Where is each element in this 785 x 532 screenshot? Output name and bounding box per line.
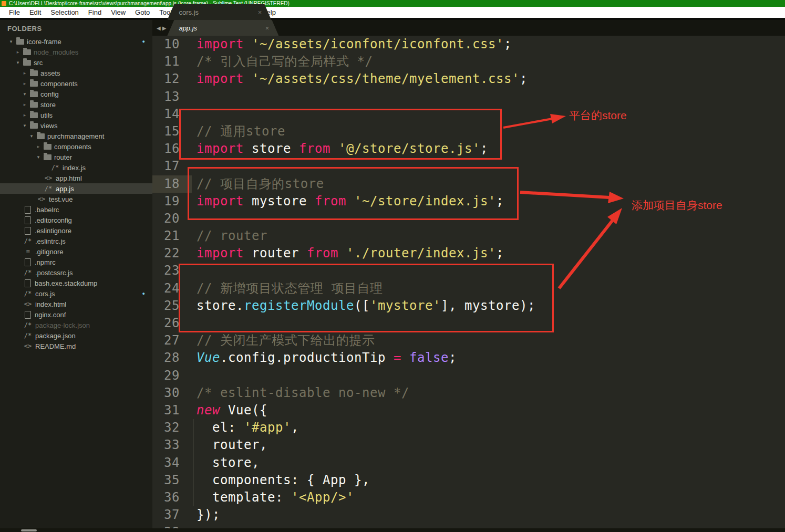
tree-item-purchmanagement[interactable]: ▾purchmanagement [0, 131, 152, 141]
tree-item-label: store [40, 101, 56, 109]
code-line-10[interactable]: 10import '~/assets/iconfont/iconfont.css… [152, 36, 785, 53]
tab-scroll-arrows[interactable]: ◀▶ [157, 25, 168, 31]
tree-item-package-lock-json[interactable]: /*package-lock.json [0, 320, 152, 330]
code-line-14[interactable]: 14 [152, 106, 785, 123]
code-text: // 项目自身的store [184, 175, 324, 193]
chevron-right-icon[interactable]: ▸ [36, 144, 41, 149]
code-line-36[interactable]: 36 template: '<App/>' [152, 489, 785, 506]
code-line-37[interactable]: 37}); [152, 506, 785, 524]
chevron-right-icon[interactable]: ▸ [22, 81, 27, 86]
chevron-right-icon[interactable]: ▸ [22, 102, 27, 107]
menu-item-selection[interactable]: Selection [46, 8, 83, 16]
code-text: el: '#app', [184, 419, 299, 436]
tab-app-js[interactable]: app.js× [167, 20, 278, 36]
code-line-32[interactable]: 32 el: '#app', [152, 419, 785, 436]
code-line-13[interactable]: 13 [152, 88, 785, 106]
tree-item-app-js[interactable]: /*app.js [0, 183, 152, 194]
code-line-15[interactable]: 15// 通用store [152, 123, 785, 140]
code-line-12[interactable]: 12import '~/assets/css/theme/myelement.c… [152, 70, 785, 88]
tree-item-label: views [40, 122, 58, 130]
tree-item-components[interactable]: ▸components [0, 141, 152, 152]
code-line-18[interactable]: 18// 项目自身的store [152, 175, 785, 193]
code-line-17[interactable]: 17 [152, 158, 785, 175]
js-file-icon: /* [23, 332, 33, 339]
code-editor[interactable]: 10import '~/assets/iconfont/iconfont.css… [152, 36, 785, 528]
tree-item-node-modules[interactable]: ▸node_modules [0, 47, 152, 57]
code-line-28[interactable]: 28Vue.config.productionTip = false; [152, 349, 785, 367]
code-line-26[interactable]: 26 [152, 315, 785, 332]
code-line-23[interactable]: 23 [152, 262, 785, 279]
tab-next-icon[interactable]: ▶ [162, 25, 168, 31]
line-number: 38 [152, 524, 184, 528]
chevron-down-icon[interactable]: ▾ [22, 91, 27, 97]
code-line-29[interactable]: 29 [152, 367, 785, 384]
chevron-right-icon[interactable]: ▸ [22, 112, 27, 118]
tree-item-views[interactable]: ▾views [0, 120, 152, 131]
tree-item-index-js[interactable]: /*index.js [0, 162, 152, 173]
close-icon[interactable]: × [258, 8, 262, 16]
close-icon[interactable]: × [265, 24, 270, 32]
tree-item-label: README.md [35, 342, 76, 350]
code-line-34[interactable]: 34 store, [152, 454, 785, 472]
tree-item-index-html[interactable]: <>index.html [0, 299, 152, 309]
code-line-20[interactable]: 20 [152, 210, 785, 227]
tree-item-eslintignore[interactable]: .eslintignore [0, 225, 152, 236]
code-line-24[interactable]: 24// 新增项目状态管理 项目自理 [152, 280, 785, 297]
tree-item-src[interactable]: ▾src [0, 57, 152, 68]
indent-guide [193, 419, 194, 506]
code-line-25[interactable]: 25store.registerModule(['mystore'], myst… [152, 297, 785, 315]
code-line-22[interactable]: 22import router from './router/index.js'… [152, 245, 785, 262]
tree-item-assets[interactable]: ▸assets [0, 68, 152, 78]
code-line-19[interactable]: 19import mystore from '~/store/index.js'… [152, 193, 785, 210]
code-line-30[interactable]: 30/* eslint-disable no-new */ [152, 384, 785, 402]
chevron-down-icon[interactable]: ▾ [8, 39, 14, 44]
tree-item-nginx-conf[interactable]: nginx.conf [0, 309, 152, 320]
code-token: store [244, 141, 299, 156]
menu-item-file[interactable]: File [4, 8, 25, 16]
code-line-16[interactable]: 16import store from '@/store/store.js'; [152, 140, 785, 158]
tree-item-gitignore[interactable]: ≡.gitignore [0, 246, 152, 257]
code-line-27[interactable]: 27// 关闭生产模式下给出的提示 [152, 332, 785, 349]
chevron-right-icon[interactable]: ▸ [22, 70, 27, 76]
tree-item-config[interactable]: ▾config [0, 89, 152, 99]
tree-item-cors-js[interactable]: /*cors.js● [0, 288, 152, 299]
tree-item-package-json[interactable]: /*package.json [0, 330, 152, 341]
code-line-21[interactable]: 21// router [152, 227, 785, 245]
code-line-38[interactable]: 38 [152, 524, 785, 528]
tree-item-components[interactable]: ▸components [0, 78, 152, 89]
tree-item-babelrc[interactable]: .babelrc [0, 204, 152, 215]
tree-item-postcssrc-js[interactable]: /*.postcssrc.js [0, 267, 152, 278]
code-line-31[interactable]: 31new Vue({ [152, 402, 785, 419]
tree-item-bash-exe-stackdump[interactable]: bash.exe.stackdump [0, 278, 152, 288]
tree-item-utils[interactable]: ▸utils [0, 110, 152, 120]
code-token: store, [197, 455, 260, 470]
chevron-down-icon[interactable]: ▾ [29, 133, 34, 139]
markup-file-icon: <> [37, 195, 46, 203]
tab-cors-js[interactable]: cors.js× [167, 4, 271, 20]
code-token: .config.productionTip [220, 350, 394, 365]
tree-item-eslintrc-js[interactable]: /*.eslintrc.js [0, 236, 152, 246]
code-line-11[interactable]: 11/* 引入自己写的全局样式 */ [152, 53, 785, 70]
code-token: // 项目自身的store [197, 176, 324, 191]
chevron-down-icon[interactable]: ▾ [36, 154, 41, 160]
tree-item-editorconfig[interactable]: .editorconfig [0, 215, 152, 225]
code-line-35[interactable]: 35 components: { App }, [152, 472, 785, 489]
tree-item-icore-frame[interactable]: ▾icore-frame● [0, 36, 152, 47]
code-token [401, 350, 409, 365]
tab-prev-icon[interactable]: ◀ [157, 25, 162, 31]
tree-item-npmrc[interactable]: .npmrc [0, 257, 152, 267]
menu-item-view[interactable]: View [106, 8, 130, 16]
tree-item-app-html[interactable]: <>app.html [0, 173, 152, 183]
code-line-33[interactable]: 33 router, [152, 436, 785, 454]
menu-item-find[interactable]: Find [84, 8, 106, 16]
tree-item-test-vue[interactable]: <>test.vue [0, 194, 152, 204]
chevron-down-icon[interactable]: ▾ [22, 123, 27, 128]
menu-item-goto[interactable]: Goto [130, 8, 154, 16]
chevron-right-icon[interactable]: ▸ [15, 49, 20, 55]
tree-item-store[interactable]: ▸store [0, 99, 152, 110]
tree-item-router[interactable]: ▾router [0, 152, 152, 162]
tree-item-readme-md[interactable]: <>README.md [0, 341, 152, 351]
chevron-down-icon[interactable]: ▾ [15, 60, 20, 65]
menu-item-edit[interactable]: Edit [25, 8, 46, 16]
tab-label: app.js [179, 24, 197, 32]
